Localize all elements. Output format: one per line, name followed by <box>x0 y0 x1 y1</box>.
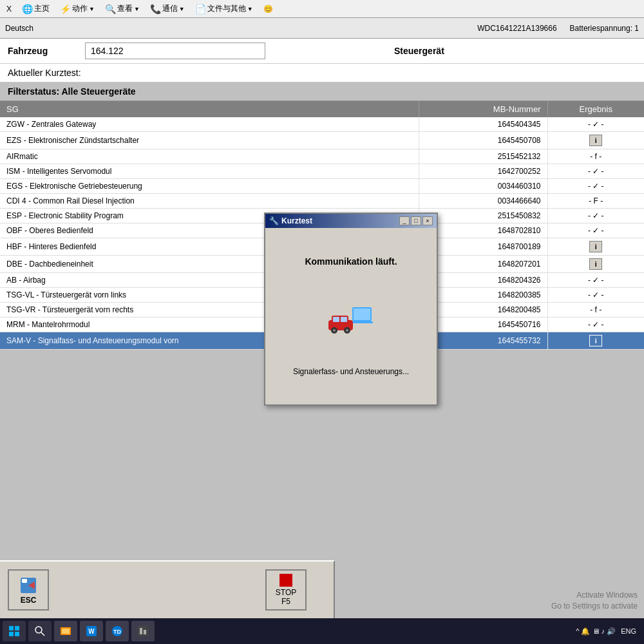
files-menu-item[interactable]: 📄 文件与其他 ▼ <box>193 2 256 15</box>
steuergeraet-label: Steuergerät <box>394 46 444 56</box>
activate-watermark: Activate Windows Go to Settings to activ… <box>551 590 638 612</box>
info-badge[interactable]: i <box>589 135 602 146</box>
modal-minimize-button[interactable]: _ <box>399 216 410 225</box>
taskbar-app2[interactable]: W <box>80 621 103 641</box>
taskbar-lang: ENG <box>621 627 636 635</box>
filter-header: Filterstatus: Alle Steuergeräte <box>0 82 644 101</box>
sg-cell: EGS - Elektronische Getriebesteuerung <box>0 179 419 194</box>
table-row[interactable]: AIRmatic2515452132- f - <box>0 149 644 164</box>
taskbar-start-button[interactable] <box>3 621 26 641</box>
mb-cell: 0034466640 <box>419 194 547 209</box>
mb-cell: 1645450716 <box>419 317 547 332</box>
taskbar-app1[interactable] <box>54 621 77 641</box>
info-badge[interactable]: i <box>589 241 602 252</box>
table-row[interactable]: ISM - Intelligentes Servomodul1642700252… <box>0 164 644 179</box>
vin-label: WDC1641221A139666 <box>477 24 556 33</box>
mb-cell: 1648700189 <box>419 238 547 256</box>
result-cell: - ✓ - <box>547 223 644 238</box>
result-cell: - f - <box>547 303 644 317</box>
modal-controls: _ □ × <box>399 216 433 225</box>
mb-cell: 1648200385 <box>419 288 547 303</box>
result-cell: - ✓ - <box>547 179 644 194</box>
taskbar-right: ^ 🔔 🖥 ♪ 🔊 ENG <box>576 627 641 636</box>
table-row[interactable]: EGS - Elektronische Getriebesteuerung003… <box>0 179 644 194</box>
taskbar-app3-icon: TD <box>111 625 124 638</box>
mb-cell: 2515452132 <box>419 149 547 164</box>
modal-title-text: 🔧 Kurztest <box>269 216 312 225</box>
svg-rect-28 <box>144 630 146 634</box>
mb-cell: 1648204326 <box>419 273 547 288</box>
modal-subtext: Signalerfass- und Ansteuerungs... <box>293 367 409 376</box>
mb-cell: 0034460310 <box>419 179 547 194</box>
action-menu-item[interactable]: ⚡ 动作 ▼ <box>57 2 97 15</box>
home-menu-item[interactable]: 🌐 主页 <box>19 2 52 15</box>
info-badge[interactable]: i <box>589 335 602 346</box>
svg-rect-27 <box>140 628 142 634</box>
stop-icon <box>279 574 292 587</box>
result-cell: - F - <box>547 194 644 209</box>
esc-icon <box>18 575 39 596</box>
result-cell: - ✓ - <box>547 117 644 132</box>
mb-cell: 1642700252 <box>419 164 547 179</box>
modal-message: Kommunikation läuft. <box>305 256 397 267</box>
title-bar: Deutsch WDC1641221A139666 Batteriespannu… <box>0 18 644 39</box>
svg-rect-1 <box>22 579 27 583</box>
result-cell: i <box>547 256 644 273</box>
top-menu-bar: X 🌐 主页 ⚡ 动作 ▼ 🔍 查看 ▼ 📞 通信 ▼ 📄 文件与其他 ▼ 😊 <box>0 0 644 18</box>
mb-cell: 1645450708 <box>419 132 547 149</box>
svg-point-13 <box>346 329 348 332</box>
col-ergebnis: Ergebnis <box>547 101 644 117</box>
sg-cell: ZGW - Zentrales Gateway <box>0 117 419 132</box>
mb-cell: 1648702810 <box>419 223 547 238</box>
taskbar-app1-icon <box>59 625 72 638</box>
svg-rect-14 <box>9 626 14 630</box>
comm-menu-item[interactable]: 📞 通信 ▼ <box>147 2 187 15</box>
taskbar-app2-icon: W <box>85 625 98 638</box>
mb-cell: 1648207201 <box>419 256 547 273</box>
kurztest-dialog[interactable]: 🔧 Kurztest _ □ × Kommunikation läuft. <box>264 213 438 406</box>
svg-rect-21 <box>62 629 70 634</box>
sg-cell: ISM - Intelligentes Servomodul <box>0 164 419 179</box>
taskbar-app4[interactable] <box>131 621 155 641</box>
result-cell: - ✓ - <box>547 317 644 332</box>
close-button[interactable]: X <box>4 3 14 15</box>
taskbar-app3[interactable]: TD <box>106 621 129 641</box>
modal-close-button[interactable]: × <box>422 216 433 225</box>
sg-cell: AIRmatic <box>0 149 419 164</box>
svg-point-11 <box>333 329 336 332</box>
modal-car-laptop-icon <box>325 298 377 336</box>
bottom-bar: ESC STOP F5 <box>0 560 335 618</box>
svg-rect-26 <box>138 626 148 636</box>
svg-rect-17 <box>15 632 19 636</box>
vehicle-value: 164.122 <box>85 43 265 59</box>
taskbar-app4-icon <box>137 625 149 638</box>
svg-rect-15 <box>15 626 19 630</box>
modal-body: Kommunikation läuft. <box>265 228 437 404</box>
esc-button[interactable]: ESC <box>8 569 49 611</box>
search-icon <box>35 626 45 636</box>
taskbar-search-button[interactable] <box>28 621 52 641</box>
svg-text:TD: TD <box>113 629 121 635</box>
smiley-menu-item[interactable]: 😊 <box>261 3 276 15</box>
svg-rect-16 <box>9 632 14 636</box>
info-badge[interactable]: i <box>589 258 602 270</box>
mb-cell: 2515450832 <box>419 209 547 223</box>
result-cell: - ✓ - <box>547 288 644 303</box>
mb-cell: 1645404345 <box>419 117 547 132</box>
result-cell: - f - <box>547 149 644 164</box>
svg-rect-4 <box>354 308 370 320</box>
stop-key: F5 <box>281 597 290 606</box>
kurztest-header: Aktueller Kurztest: <box>0 64 644 82</box>
view-menu-item[interactable]: 🔍 查看 ▼ <box>102 2 142 15</box>
table-row[interactable]: ZGW - Zentrales Gateway1645404345- ✓ - <box>0 117 644 132</box>
table-row[interactable]: CDI 4 - Common Rail Diesel Injection0034… <box>0 194 644 209</box>
result-cell: i <box>547 238 644 256</box>
result-cell: - ✓ - <box>547 273 644 288</box>
sg-cell: EZS - Elektronischer Zündstartschalter <box>0 132 419 149</box>
stop-button[interactable]: STOP F5 <box>265 569 307 611</box>
taskbar: W TD ^ 🔔 🖥 ♪ 🔊 ENG <box>0 618 644 644</box>
table-row[interactable]: EZS - Elektronischer Zündstartschalter16… <box>0 132 644 149</box>
modal-maximize-button[interactable]: □ <box>411 216 421 225</box>
result-cell: - ✓ - <box>547 209 644 223</box>
windows-icon <box>8 625 20 637</box>
